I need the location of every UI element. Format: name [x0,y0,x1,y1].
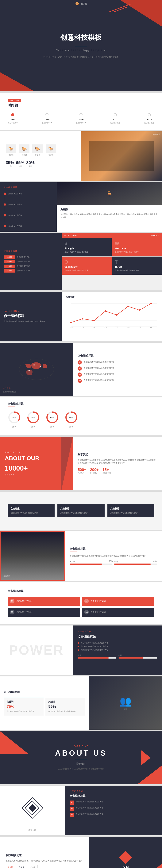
compare-card-title-1: 关键词 [7,700,41,704]
compare-body-1: 点击添加文字内容点击添加文字内容 [7,710,41,713]
swot-body-o: 点击添加文字内容点击添加文字 [64,269,109,272]
swot-cell-t: T Threat 点击添加文字内容点击添加文字 [112,256,162,275]
swot-cell-s: S Strength 点击添加文字内容点击添加文字 [62,238,111,256]
accent-lines [109,8,132,10]
right-keywords: 🪑 关键词 点击添加文字点击添加文字点击添加文字点击添加文字点击添加文字点击添加… [57,182,162,232]
circle-pct-4: 90% [69,416,73,418]
final-tags: 关键词 关键词 关键词 [6,865,84,868]
vtl-dot-wrap-2 [4,204,6,211]
swot-letter-t: T [115,259,159,265]
tech-num-2: 02 点击添加文字内容点击添加文字内容 [70,807,157,811]
separator-5 [0,290,162,292]
final-corner [135,863,162,868]
power-prog-1: 技术 [77,654,117,658]
timeline-text-3: 点击添加文字 [76,122,86,124]
icon-row: 🐎 关键词 🐎 关键词 🐎 关键词 🐎 关键词 [6,145,75,156]
circle-wrap-1: 35% [8,411,21,424]
vtl-line-2 [5,206,5,211]
power-dot-3 [77,649,79,651]
timeline-item-4: 2017 点击添加文字 [110,113,120,124]
svg-point-8 [105,310,106,312]
prog-pct-1: 75% [109,560,112,563]
separator-11 [0,581,162,582]
tech-item-text-2: 点击添加文字内容点击添加文字内容 [76,807,103,809]
step-text-1: 点击添加文字内容 [17,600,32,602]
power-text-1: 点击添加文字内容点击添加文字内容 [80,642,108,644]
circle-2: 75% 文字 [27,411,40,428]
tech-badge-2: 02 [70,807,74,811]
power-prog-label-2: 创新 [119,654,157,657]
swot-title-s: Strength [64,247,109,250]
prog-pct-2: 85% [154,560,157,563]
mini-stat-1: 500+ 合作伙伴 [77,468,86,474]
step-box-4: 04 点击添加文字内容 [82,608,154,617]
red-chip-text-2: 关键词 [7,260,12,263]
timeline-dot-4 [114,113,117,116]
about-us-corner-left [0,731,29,754]
vtl-text-2: 点击添加文字内容 [8,204,22,206]
photo-section: 科技图片 [81,131,162,181]
timeline-text-4: 点击添加文字 [110,122,120,124]
svg-text:七月: 七月 [138,327,141,328]
num-text-3: 点击添加文字内容点击添加文字内容 [84,373,114,375]
tech-steps-list: 01 点击添加文字内容点击添加文字内容 02 点击添加文字内容点击添加文字内容 … [70,801,157,817]
red-item-3: 关键词 点击添加文字内容 [4,265,58,268]
svg-point-6 [82,318,83,319]
svg-text:二月: 二月 [81,327,84,328]
stat-1: 35% 文字 [6,160,14,167]
part-label-2: PART ONE 时间轴 [8,98,21,107]
final-body: 点击添加文字内容点击添加文字内容点击添加文字内容点击添加文字内容点击添加文字内容 [6,859,84,862]
vtl-dot-4 [4,225,6,227]
swot-cell-w: W Weakness 点击添加文字内容点击添加文字 [112,238,162,256]
timeline-year-5: 2018 [147,118,152,121]
separator-4 [0,232,162,233]
mini-stat-2: 200+ 专业团队 [90,468,98,474]
compare-photo: 👥 团队 [89,676,162,730]
compare-left: 点击编辑标题 关键词 75% 点击添加文字内容点击添加文字内容 关键词 85% … [0,676,89,730]
circle-label-3: 文字 [51,426,54,428]
separator-2 [0,130,162,131]
stat-label-3: 文字 [26,165,35,167]
prog-wrap-2: 项目二 85% [114,560,157,565]
svg-text:三月: 三月 [92,327,95,328]
timeline-text-5: 点击添加文字 [144,122,154,124]
vtl-dot-wrap-3 [4,214,6,222]
swot-letter-w: W [115,241,159,246]
prog-bg-2 [114,563,157,565]
swot-letter-o: O [64,259,109,265]
about-us-line [75,760,87,760]
photo-text-right: 点击编辑标题 点击添加文字内容点击添加文字内容点击添加文字内容点击添加文字内容点… [65,531,162,581]
red-chip-1: 关键词 [4,255,15,259]
slide-final-content: 科技制胜之道 点击添加文字内容点击添加文字内容点击添加文字内容点击添加文字内容点… [0,837,162,868]
power-text-2: 点击添加文字内容点击添加文字内容 [80,645,108,648]
dark-card-body-3: 点击添加文字内容点击添加文字内容 [110,512,152,515]
red-item-text-3: 点击添加文字内容 [17,265,30,268]
vertical-timeline: 点击添加文字内容 点击添加文字内容 点击添加文字内容 [4,191,53,229]
final-tag-3: 关键词 [28,865,37,868]
photo-tunnel: 点击编辑 [0,531,65,581]
keyword-content: 关键词 点击添加文字点击添加文字点击添加文字点击添加文字点击添加文字点击添加文字… [57,205,162,222]
timeline-row: 2014 点击添加文字 2015 点击添加文字 2016 点击添加文字 2017… [8,113,154,124]
about-number: 10000+ [5,464,68,472]
swot-letter-s: S [64,241,109,246]
stat-num-3: 80% [26,160,35,165]
timeline-item-5: 2018 点击添加文字 [144,113,154,124]
timeline-year-2: 2015 [44,118,50,121]
about-number-label: 已服务客户 [5,473,68,476]
slide-swot: 点击编辑标题 关键词 点击添加文字内容 关键词 点击添加文字内容 关键词 点击添… [0,233,162,290]
step-text-3: 点击添加文字内容 [17,611,32,614]
vtl-text-1: 点击添加文字内容 [8,192,22,195]
swot-body-s: 点击添加文字内容点击添加文字 [64,251,109,253]
step-box-2: 02 点击添加文字内容 [82,597,154,606]
map-text: 点击添加描述文字 [3,391,70,393]
compare-card-title-2: 关键词 [48,700,82,704]
about-us-content: PART FIVE ABOUT US 关于我们 点击添加文字内容点击添加文字内容… [55,745,107,770]
final-diamond [119,851,132,864]
num-item-2: 02 点击添加文字内容点击添加文字内容 [77,366,157,371]
final-left: 科技制胜之道 点击添加文字内容点击添加文字内容点击添加文字内容点击添加文字内容点… [0,837,89,868]
left-vertical-timeline: 点击编辑标题 点击添加文字内容 点击添加文字内容 [0,182,57,232]
step-num-1: 01 [10,599,14,603]
slide-cards: 点击标题 点击添加文字内容点击添加文字内容 点击标题 点击添加文字内容点击添加文… [0,492,162,530]
about-our-right: 关于我们 点击添加文字点击添加文字点击添加文字点击添加文字点击添加文字点击添加文… [73,437,162,490]
power-prog-bg-2 [119,657,157,658]
